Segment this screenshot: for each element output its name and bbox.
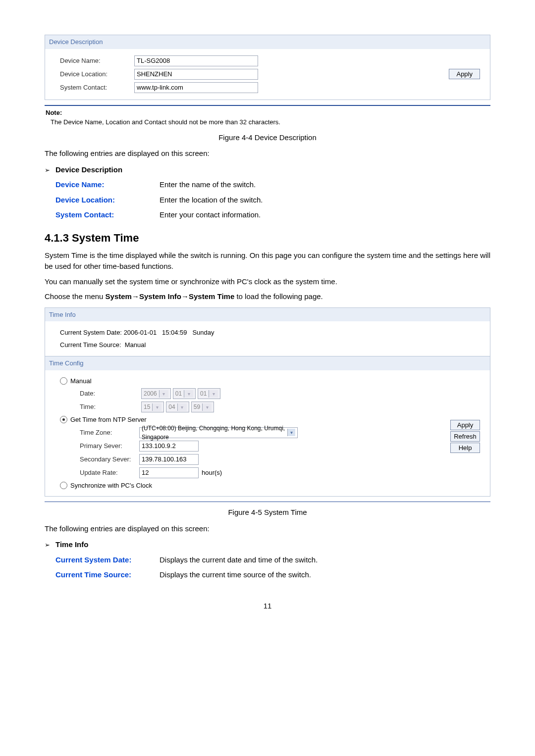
def-desc: Enter your contact information.	[160, 209, 490, 221]
primary-server-input[interactable]	[139, 441, 199, 452]
current-system-day: Sunday	[192, 328, 214, 338]
def-desc: Displays the current date and time of th…	[160, 554, 490, 566]
update-rate-input[interactable]	[139, 467, 199, 478]
menu-arrow: →	[132, 292, 139, 301]
def-term: Current Time Source:	[55, 569, 160, 581]
time-info-heading: Time Info	[55, 539, 88, 551]
panel-title: Time Info	[45, 308, 490, 322]
date-day-select[interactable]: 01▾	[198, 388, 220, 399]
update-rate-unit: hour(s)	[202, 468, 222, 478]
menu-prefix: Choose the menu	[45, 292, 106, 301]
manual-paragraph: You can manually set the system time or …	[45, 276, 490, 288]
time-label: Time:	[80, 402, 139, 412]
menu-arrow: →	[181, 292, 189, 301]
current-system-time-value: 15:04:59	[162, 328, 187, 338]
device-name-input[interactable]	[134, 55, 258, 66]
def-desc: Displays the current time source of the …	[160, 569, 490, 581]
separator	[45, 105, 490, 106]
panel-title: Device Description	[45, 35, 490, 49]
note-box: Note: The Device Name, Location and Cont…	[46, 108, 489, 127]
menu-path: Choose the menu System→System Info→Syste…	[45, 291, 490, 302]
current-system-date-label: Current System Date:	[60, 328, 122, 338]
chevron-down-icon: ▾	[152, 403, 161, 411]
refresh-button[interactable]: Refresh	[450, 431, 480, 442]
apply-button[interactable]: Apply	[449, 69, 480, 79]
def-term: Device Location:	[55, 195, 160, 206]
manual-radio-label: Manual	[70, 376, 92, 386]
chevron-down-icon: ▾	[184, 390, 193, 398]
device-location-label: Device Location:	[60, 69, 134, 79]
bullet-icon: ➢	[45, 539, 55, 550]
note-label: Note:	[46, 108, 489, 118]
chevron-down-icon: ▾	[177, 403, 187, 411]
def-desc: Enter the location of the switch.	[160, 195, 490, 206]
time-second-select[interactable]: 59▾	[191, 402, 214, 412]
def-term: System Contact:	[55, 209, 160, 221]
panel-title: Time Config	[45, 356, 490, 370]
separator	[45, 502, 490, 502]
def-desc: Enter the name of the switch.	[160, 179, 490, 191]
apply-button[interactable]: Apply	[450, 420, 480, 430]
secondary-server-label: Secondary Sever:	[80, 454, 139, 464]
timezone-value: (UTC+08:00) Beijing, Chongqing, Hong Kon…	[142, 424, 285, 442]
section-heading-system-time: 4.1.3 System Time	[45, 230, 490, 246]
date-label: Date:	[80, 389, 139, 399]
figure-caption-4-4: Figure 4-4 Device Description	[45, 132, 490, 144]
update-rate-label: Update Rate:	[80, 468, 139, 478]
menu-b3: System Time	[189, 292, 234, 301]
help-button[interactable]: Help	[450, 443, 480, 453]
date-year-select[interactable]: 2006▾	[141, 388, 171, 399]
date-month-select[interactable]: 01▾	[173, 388, 196, 399]
time-minute-select[interactable]: 04▾	[166, 402, 189, 412]
device-description-heading: Device Description	[55, 164, 122, 176]
chevron-down-icon: ▾	[287, 429, 295, 436]
secondary-server-input[interactable]	[139, 454, 199, 465]
system-contact-input[interactable]	[134, 82, 258, 93]
page-number: 11	[45, 601, 490, 612]
figure-caption-4-5: Figure 4-5 System Time	[45, 507, 490, 518]
menu-b2: System Info	[139, 292, 181, 301]
system-contact-label: System Contact:	[60, 83, 134, 93]
system-time-paragraph: System Time is the time displayed while …	[45, 250, 490, 272]
menu-b1: System	[106, 292, 132, 301]
bullet-icon: ➢	[45, 164, 55, 175]
ntp-radio[interactable]	[60, 416, 67, 423]
menu-suffix: to load the following page.	[234, 292, 322, 301]
device-name-label: Device Name:	[60, 56, 134, 66]
entries-intro-2: The following entries are displayed on t…	[45, 523, 490, 535]
device-description-panel: Device Description Device Name: Device L…	[45, 35, 490, 100]
manual-radio[interactable]	[60, 377, 67, 385]
chevron-down-icon: ▾	[209, 390, 218, 398]
def-term: Current System Date:	[55, 554, 160, 566]
def-term: Device Name:	[55, 179, 160, 191]
current-time-source-label: Current Time Source:	[60, 340, 121, 350]
chevron-down-icon: ▾	[202, 403, 212, 411]
chevron-down-icon: ▾	[159, 390, 168, 398]
primary-server-label: Primary Sever:	[80, 441, 139, 451]
time-info-panel: Time Info Current System Date: 2006-01-0…	[45, 307, 490, 497]
sync-pc-label: Synchronize with PC's Clock	[70, 481, 152, 491]
timezone-label: Time Zone:	[80, 428, 139, 438]
sync-pc-radio[interactable]	[60, 482, 67, 489]
current-system-date-value: 2006-01-01	[124, 328, 157, 338]
ntp-radio-label: Get Time from NTP Server	[70, 415, 147, 425]
timezone-select[interactable]: (UTC+08:00) Beijing, Chongqing, Hong Kon…	[139, 427, 298, 438]
current-time-source-value: Manual	[125, 340, 146, 350]
note-text: The Device Name, Location and Contact sh…	[51, 117, 489, 127]
time-hour-select[interactable]: 15▾	[141, 402, 164, 412]
entries-intro-1: The following entries are displayed on t…	[45, 148, 490, 159]
device-location-input[interactable]	[134, 69, 258, 80]
